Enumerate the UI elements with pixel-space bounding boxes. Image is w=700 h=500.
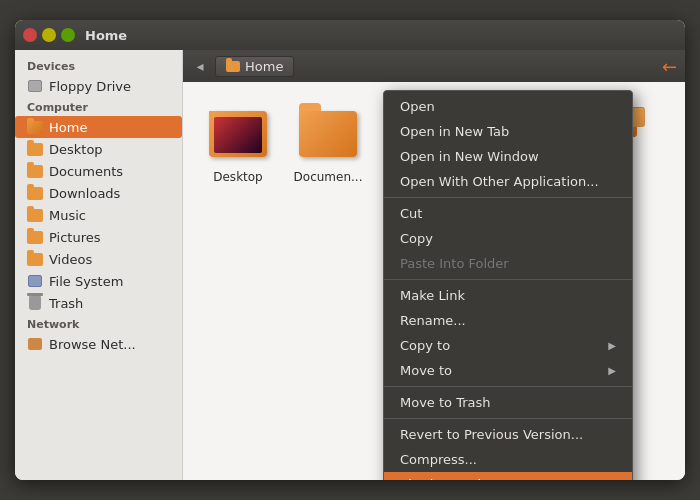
documents-folder-icon xyxy=(27,163,43,179)
sidebar-item-label-floppy: Floppy Drive xyxy=(49,79,131,94)
menu-item-open-window[interactable]: Open in New Window xyxy=(384,144,632,169)
main-content: Devices Floppy Drive Computer Home Deskt xyxy=(15,50,685,480)
menu-item-copy[interactable]: Copy xyxy=(384,226,632,251)
sidebar-item-label-trash: Trash xyxy=(49,296,83,311)
home-folder-icon xyxy=(27,119,43,135)
moveto-submenu-arrow: ▶ xyxy=(608,365,616,376)
sidebar-item-label-filesystem: File System xyxy=(49,274,123,289)
sidebar-section-devices: Devices xyxy=(15,56,182,75)
sidebar-item-label-downloads: Downloads xyxy=(49,186,120,201)
menu-item-compress[interactable]: Compress... xyxy=(384,447,632,472)
sidebar-item-desktop[interactable]: Desktop xyxy=(15,138,182,160)
sidebar-item-music[interactable]: Music xyxy=(15,204,182,226)
window-title: Home xyxy=(85,28,127,43)
sidebar-item-label-pictures: Pictures xyxy=(49,230,100,245)
menu-item-open-tab[interactable]: Open in New Tab xyxy=(384,119,632,144)
filesystem-icon xyxy=(27,273,43,289)
menu-item-paste: Paste Into Folder xyxy=(384,251,632,276)
sidebar-item-home[interactable]: Home xyxy=(15,116,182,138)
menu-item-cut[interactable]: Cut xyxy=(384,201,632,226)
downloads-folder-icon xyxy=(27,185,43,201)
sidebar-item-label-videos: Videos xyxy=(49,252,92,267)
menu-item-open[interactable]: Open xyxy=(384,94,632,119)
copyto-submenu-arrow: ▶ xyxy=(608,340,616,351)
menu-item-moveto[interactable]: Move to ▶ xyxy=(384,358,632,383)
file-manager-window: Home Devices Floppy Drive Computer Home xyxy=(15,20,685,480)
sidebar-item-label-home: Home xyxy=(49,120,87,135)
sidebar-item-floppy[interactable]: Floppy Drive xyxy=(15,75,182,97)
window-controls xyxy=(23,28,75,42)
sidebar: Devices Floppy Drive Computer Home Deskt xyxy=(15,50,183,480)
context-menu[interactable]: Open Open in New Tab Open in New Window … xyxy=(383,90,633,480)
menu-separator-2 xyxy=(384,279,632,280)
sidebar-section-network: Network xyxy=(15,314,182,333)
sidebar-item-videos[interactable]: Videos xyxy=(15,248,182,270)
close-button[interactable] xyxy=(23,28,37,42)
sidebar-section-computer: Computer xyxy=(15,97,182,116)
pictures-folder-icon xyxy=(27,229,43,245)
menu-separator-1 xyxy=(384,197,632,198)
network-icon xyxy=(27,336,43,352)
minimize-button[interactable] xyxy=(42,28,56,42)
menu-item-sharing[interactable]: Sharing Options xyxy=(384,472,632,480)
titlebar: Home xyxy=(15,20,685,50)
menu-separator-4 xyxy=(384,418,632,419)
menu-item-rename[interactable]: Rename... xyxy=(384,308,632,333)
maximize-button[interactable] xyxy=(61,28,75,42)
sidebar-item-browsenet[interactable]: Browse Net... xyxy=(15,333,182,355)
menu-item-makelink[interactable]: Make Link xyxy=(384,283,632,308)
sidebar-item-label-music: Music xyxy=(49,208,86,223)
floppy-icon xyxy=(27,78,43,94)
menu-item-open-other[interactable]: Open With Other Application... xyxy=(384,169,632,194)
context-menu-overlay: Open Open in New Tab Open in New Window … xyxy=(183,50,685,480)
sidebar-item-label-browsenet: Browse Net... xyxy=(49,337,136,352)
desktop-folder-icon xyxy=(27,141,43,157)
trash-icon xyxy=(27,295,43,311)
menu-item-revert[interactable]: Revert to Previous Version... xyxy=(384,422,632,447)
menu-separator-3 xyxy=(384,386,632,387)
main-area: ◂ Home ← De xyxy=(183,50,685,480)
sidebar-item-documents[interactable]: Documents xyxy=(15,160,182,182)
sidebar-item-filesystem[interactable]: File System xyxy=(15,270,182,292)
sidebar-item-label-documents: Documents xyxy=(49,164,123,179)
sidebar-item-downloads[interactable]: Downloads xyxy=(15,182,182,204)
menu-item-movetrash[interactable]: Move to Trash xyxy=(384,390,632,415)
sidebar-item-trash[interactable]: Trash xyxy=(15,292,182,314)
videos-folder-icon xyxy=(27,251,43,267)
sidebar-item-label-desktop: Desktop xyxy=(49,142,103,157)
sidebar-item-pictures[interactable]: Pictures xyxy=(15,226,182,248)
menu-item-copyto[interactable]: Copy to ▶ xyxy=(384,333,632,358)
music-folder-icon xyxy=(27,207,43,223)
